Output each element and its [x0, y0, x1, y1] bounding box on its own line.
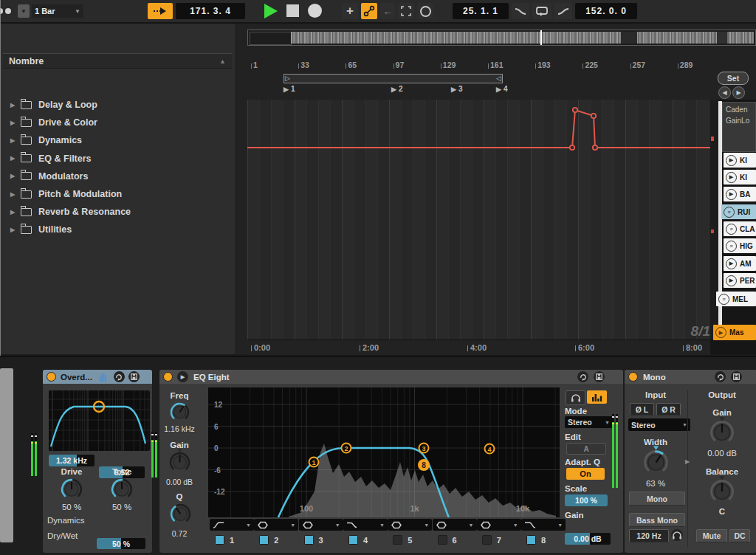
eq-analyzer-button[interactable]: [587, 390, 607, 404]
track-lanes-icon[interactable]: ≡: [724, 207, 735, 218]
browser-item-delay-loop[interactable]: ▶ Delay & Loop: [3, 96, 230, 114]
out-gain-knob[interactable]: [709, 419, 735, 446]
overdrive-drive-knob[interactable]: [60, 478, 83, 501]
loop-end-handle[interactable]: ◁: [496, 75, 501, 82]
loop-start-handle[interactable]: ▷: [285, 75, 290, 82]
expand-arrow-icon[interactable]: ▶: [7, 209, 18, 216]
eq-q-knob[interactable]: [169, 503, 192, 525]
expand-arrow-icon[interactable]: ▶: [7, 120, 18, 126]
band-4-enable-checkbox[interactable]: [348, 535, 358, 545]
metronome-options-button[interactable]: ▼: [18, 4, 30, 18]
band-6-filter-type-dropdown[interactable]: ▼: [433, 519, 477, 531]
punch-out-button[interactable]: [554, 3, 572, 19]
prev-locator-button[interactable]: ◀: [718, 86, 731, 99]
master-unfold-icon[interactable]: ▶: [715, 327, 726, 338]
expand-arrow-icon[interactable]: ▶: [7, 137, 18, 144]
overdrive-title-bar[interactable]: Overd...: [43, 370, 152, 384]
overdrive-tone-knob[interactable]: [110, 478, 134, 501]
browser-item-reverb-resonance[interactable]: ▶ Reverb & Resonance: [3, 203, 230, 221]
hot-swap-icon[interactable]: [577, 371, 588, 382]
bass-mono-button[interactable]: Bass Mono: [629, 513, 685, 527]
expand-arrow-icon[interactable]: ▶: [7, 155, 18, 162]
band-8-enable-checkbox[interactable]: [526, 535, 536, 545]
metronome-icon[interactable]: [0, 7, 13, 15]
capture-selection-button[interactable]: [398, 3, 414, 19]
track-unfold-icon[interactable]: ▶: [726, 172, 737, 183]
save-preset-icon[interactable]: [594, 371, 605, 382]
set-locator-button[interactable]: Set: [718, 72, 749, 85]
mute-button[interactable]: Mute: [696, 529, 727, 542]
quantize-menu[interactable]: 1 Bar ▼: [32, 4, 83, 18]
balance-knob[interactable]: [709, 478, 735, 505]
expand-arrow-icon[interactable]: ▶: [7, 191, 18, 198]
locator-1[interactable]: ▶1: [284, 85, 295, 93]
locator-3[interactable]: ▶3: [451, 85, 462, 93]
bass-mono-audition-icon[interactable]: [671, 529, 683, 541]
phase-left-button[interactable]: Ø L: [630, 403, 654, 416]
browser-header[interactable]: Nombre ▲: [3, 53, 232, 69]
eq-audition-button[interactable]: [566, 390, 585, 405]
track-lanes-icon[interactable]: ≡: [726, 224, 737, 235]
eq-out-gain-field[interactable]: 0.00 dB: [565, 533, 611, 545]
track-unfold-icon[interactable]: ▶: [726, 258, 737, 269]
band-7-enable-checkbox[interactable]: [482, 535, 492, 545]
band-5-filter-type-dropdown[interactable]: ▼: [388, 519, 432, 531]
automation-lane-header[interactable]: Caden GainLo: [722, 102, 756, 152]
phase-right-button[interactable]: Ø R: [656, 403, 681, 416]
device-activator[interactable]: [47, 372, 56, 382]
device-activator[interactable]: [628, 372, 638, 382]
overdrive-dynamics-field[interactable]: 50 %: [97, 538, 145, 549]
overdub-button[interactable]: +: [342, 3, 358, 19]
locator-4[interactable]: ▶4: [496, 85, 507, 93]
eq-adaptq-button[interactable]: On: [566, 468, 605, 480]
hot-swap-icon[interactable]: [114, 371, 125, 382]
hand-icon[interactable]: [98, 372, 108, 382]
punch-in-button[interactable]: [512, 3, 529, 19]
band-6-enable-checkbox[interactable]: [438, 535, 447, 545]
overdrive-filter-display[interactable]: [49, 390, 150, 451]
locator-2[interactable]: ▶2: [391, 85, 402, 93]
mono-button[interactable]: Mono: [629, 492, 685, 506]
stop-button[interactable]: [286, 4, 299, 17]
eq-mode-dropdown[interactable]: Stereo ▼: [565, 416, 613, 428]
follow-button[interactable]: [148, 3, 173, 19]
track-header-am-6[interactable]: ▶AM: [724, 256, 756, 271]
device-view-left-panel[interactable]: [0, 368, 13, 542]
expand-arrow-icon[interactable]: ▶: [7, 173, 18, 179]
band-5-enable-checkbox[interactable]: [393, 535, 402, 545]
band-2-enable-checkbox[interactable]: [259, 535, 269, 545]
eq-curve-display[interactable]: 123481260-6-121001k10k: [208, 387, 560, 517]
time-ruler[interactable]: 0:002:004:006:008:00: [247, 339, 710, 355]
loop-start-field[interactable]: 25. 1. 1: [453, 3, 509, 19]
track-unfold-icon[interactable]: ▶: [726, 155, 737, 166]
play-button[interactable]: [264, 4, 278, 18]
save-preset-icon[interactable]: [731, 371, 742, 382]
session-record-button[interactable]: [417, 3, 433, 19]
band-4-filter-type-dropdown[interactable]: ▼: [343, 519, 388, 531]
arrangement-lanes[interactable]: [247, 100, 710, 339]
dc-button[interactable]: DC: [729, 529, 750, 542]
band-1-filter-type-dropdown[interactable]: ▼: [210, 519, 254, 531]
loop-length-field[interactable]: 152. 0. 0: [575, 3, 637, 19]
next-locator-button[interactable]: ▶: [732, 86, 745, 99]
bass-mono-freq-field[interactable]: 120 Hz: [629, 529, 669, 542]
track-header-mel-8[interactable]: ≡MEL: [716, 292, 756, 306]
eq-title-bar[interactable]: ▶ EQ Eight: [159, 370, 623, 384]
width-knob[interactable]: [642, 449, 670, 476]
eq-scale-field[interactable]: 100 %: [565, 494, 608, 506]
track-header-rui-3[interactable]: ≡RUI: [721, 204, 756, 219]
band-3-filter-type-dropdown[interactable]: ▼: [299, 519, 343, 531]
browser-item-pitch-modulation[interactable]: ▶ Pitch & Modulation: [3, 185, 230, 203]
expand-arrow-icon[interactable]: ▶: [7, 227, 18, 233]
band-7-filter-type-dropdown[interactable]: ▼: [477, 519, 521, 531]
browser-item-drive-color[interactable]: ▶ Drive & Color: [3, 114, 230, 131]
track-unfold-icon[interactable]: ▶: [726, 275, 737, 286]
browser-item-eq-filters[interactable]: ▶ EQ & Filters: [3, 150, 230, 168]
band-8-filter-type-dropdown[interactable]: ▼: [521, 519, 566, 531]
device-unfold-icon[interactable]: ▶: [177, 371, 188, 382]
browser-item-utilities[interactable]: ▶ Utilities: [3, 221, 230, 238]
save-preset-icon[interactable]: [128, 371, 140, 382]
expand-arrow-icon[interactable]: ▶: [7, 102, 18, 108]
mono-mode-dropdown[interactable]: Stereo ▼: [628, 418, 690, 431]
eq-gain-knob[interactable]: [168, 451, 191, 474]
